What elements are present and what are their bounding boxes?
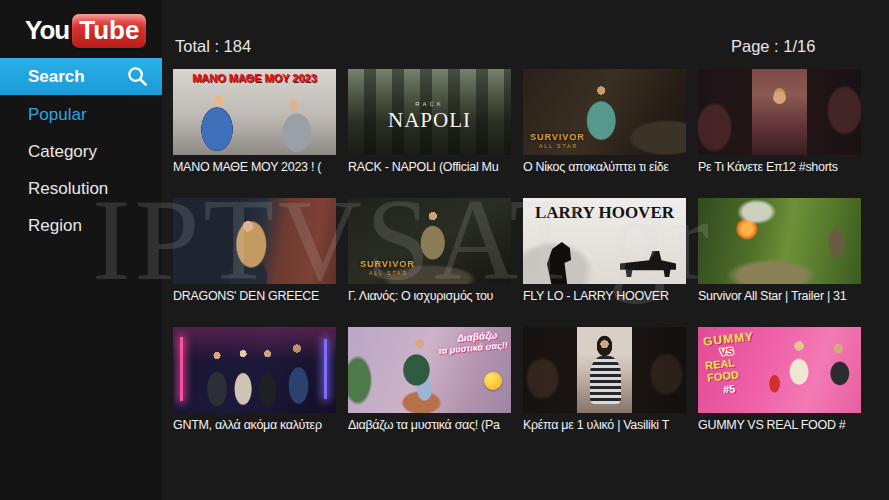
video-tile[interactable]: Διαβάζωτα μυστικά σας!!🤫Διαβάζω τα μυστι… xyxy=(348,327,511,434)
video-tile[interactable]: LARRY HOOVERFLY LO - LARRY HOOVER xyxy=(523,198,686,305)
sidebar-item-popular[interactable]: Popular xyxy=(0,96,162,133)
shushing-emoji-icon: 🤫 xyxy=(484,372,502,390)
video-thumbnail: SURVIVORALL STAR xyxy=(348,198,511,284)
video-grid: ΜΑΝΟ ΜΑΘΕ ΜΟΥ 2023ΜΑΝΟ ΜΑΘΕ ΜΟΥ 2023 ! (… xyxy=(173,69,861,434)
thumb-overlay-rack: RACK xyxy=(348,101,511,107)
thumb-overlay-napoli: NAPOLI xyxy=(348,108,511,133)
search-icon xyxy=(126,65,149,88)
video-tile[interactable]: ΜΑΝΟ ΜΑΘΕ ΜΟΥ 2023ΜΑΝΟ ΜΑΘΕ ΜΟΥ 2023 ! ( xyxy=(173,69,336,176)
video-title: Διαβάζω τα μυστικά σας! (Pa xyxy=(348,418,511,434)
video-thumbnail: ΜΑΝΟ ΜΑΘΕ ΜΟΥ 2023 xyxy=(173,69,336,155)
video-tile[interactable]: Survivor All Star | Trailer | 31 xyxy=(698,198,861,305)
video-thumbnail: RACKNAPOLI xyxy=(348,69,511,155)
video-thumbnail xyxy=(698,198,861,284)
thumb-overlay-diavazo-line2: τα μυστικά σας!! xyxy=(438,340,508,356)
video-title: ΜΑΝΟ ΜΑΘΕ ΜΟΥ 2023 ! ( xyxy=(173,160,336,176)
sidebar-menu: PopularCategoryResolutionRegion xyxy=(0,96,162,244)
video-tile[interactable]: GNTM, αλλά ακόμα καλύτερ xyxy=(173,327,336,434)
video-thumbnail xyxy=(523,327,686,413)
page-indicator: Page : 1/16 xyxy=(731,37,815,56)
video-tile[interactable]: Ρε Τι Κάνετε Επ12 #shorts xyxy=(698,69,861,176)
sidebar: YouTube Search PopularCategoryResolution… xyxy=(0,0,162,500)
survivor-allstar-text: ALL STAR xyxy=(369,270,408,276)
video-title: FLY LO - LARRY HOOVER xyxy=(523,289,686,305)
video-tile[interactable]: Κρέπα με 1 υλικό | Vasiliki T xyxy=(523,327,686,434)
video-tile[interactable]: DRAGONS' DEN GREECE xyxy=(173,198,336,305)
sidebar-item-resolution[interactable]: Resolution xyxy=(0,170,162,207)
video-thumbnail: LARRY HOOVER xyxy=(523,198,686,284)
video-title: Survivor All Star | Trailer | 31 xyxy=(698,289,861,305)
video-tile[interactable]: SURVIVORALL STARΟ Νίκος αποκαλύπτει τι ε… xyxy=(523,69,686,176)
video-thumbnail: SURVIVORALL STAR xyxy=(523,69,686,155)
thumb-overlay-larry-hoover: LARRY HOOVER xyxy=(523,203,686,223)
survivor-logo-text: SURVIVOR xyxy=(530,132,585,142)
app-window: YouTube Search PopularCategoryResolution… xyxy=(0,0,889,500)
video-tile[interactable]: SURVIVORALL STARΓ. Λιανός: Ο ισχυρισμός … xyxy=(348,198,511,305)
video-title: GNTM, αλλά ακόμα καλύτερ xyxy=(173,418,336,434)
video-title: GUMMY VS REAL FOOD # xyxy=(698,418,861,434)
video-tile[interactable]: GUMMYVSREALFOOD#5GUMMY VS REAL FOOD # xyxy=(698,327,861,434)
video-thumbnail xyxy=(173,198,336,284)
video-title: Γ. Λιανός: Ο ισχυρισμός του xyxy=(348,289,511,305)
sidebar-item-search[interactable]: Search xyxy=(0,58,162,95)
thumb-overlay-number: #5 xyxy=(722,382,735,395)
video-title: DRAGONS' DEN GREECE xyxy=(173,289,336,305)
video-thumbnail: GUMMYVSREALFOOD#5 xyxy=(698,327,861,413)
video-thumbnail: Διαβάζωτα μυστικά σας!!🤫 xyxy=(348,327,511,413)
video-tile[interactable]: RACKNAPOLIRACK - NAPOLI (Official Mu xyxy=(348,69,511,176)
youtube-logo: YouTube xyxy=(25,13,146,47)
logo-you: You xyxy=(25,15,69,45)
logo-tube: Tube xyxy=(72,14,146,48)
video-title: Ρε Τι Κάνετε Επ12 #shorts xyxy=(698,160,861,176)
video-title: Κρέπα με 1 υλικό | Vasiliki T xyxy=(523,418,686,434)
total-count-label: Total : 184 xyxy=(175,37,251,56)
video-thumbnail xyxy=(173,327,336,413)
thumb-overlay-mano-title: ΜΑΝΟ ΜΑΘΕ ΜΟΥ 2023 xyxy=(173,72,336,84)
video-title: Ο Νίκος αποκαλύπτει τι είδε xyxy=(523,160,686,176)
sidebar-item-region[interactable]: Region xyxy=(0,207,162,244)
sidebar-item-category[interactable]: Category xyxy=(0,133,162,170)
search-label: Search xyxy=(28,67,85,87)
survivor-allstar-text: ALL STAR xyxy=(539,143,578,149)
survivor-logo-text: SURVIVOR xyxy=(360,259,415,269)
video-thumbnail xyxy=(698,69,861,155)
video-title: RACK - NAPOLI (Official Mu xyxy=(348,160,511,176)
